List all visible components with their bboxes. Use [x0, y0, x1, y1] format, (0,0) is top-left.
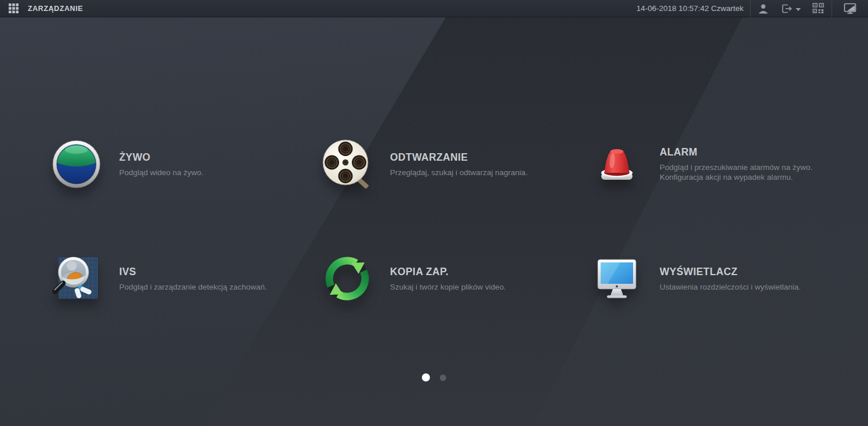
tile-alarm[interactable]: ALARM Podgląd i przeszukiwanie alarmów n… [590, 138, 852, 191]
tile-description: Podgląd i przeszukiwanie alarmów na żywo… [660, 162, 812, 172]
tile-description: Podgląd i zarządzanie detekcją zachowań. [119, 282, 267, 292]
tile-title: KOPIA ZAP. [390, 266, 506, 278]
display-switch-icon[interactable] [832, 0, 868, 17]
tile-title: ALARM [660, 146, 812, 158]
tile-description: Konfiguracja akcji na wypadek alarmu. [660, 172, 812, 182]
logout-icon[interactable] [776, 0, 805, 17]
alarm-icon [590, 138, 643, 191]
tile-description: Podgląd wideo na żywo. [119, 168, 204, 177]
qr-code-icon[interactable] [805, 0, 832, 17]
playback-icon [321, 138, 374, 191]
tile-description: Ustawienia rozdzielczości i wyświetlania… [660, 282, 801, 292]
backup-icon [321, 252, 374, 305]
title-bar: ZARZĄDZANIE 14-06-2018 10:57:42 Czwartek [0, 0, 868, 17]
tile-display[interactable]: WYŚWIETLACZ Ustawienia rozdzielczości i … [590, 252, 852, 305]
page-title: ZARZĄDZANIE [28, 5, 83, 13]
tile-description: Przeglądaj, szukaj i odtwarzaj nagrania. [390, 168, 528, 177]
apps-grid-icon[interactable] [9, 3, 19, 13]
pagination-dot-1[interactable] [422, 373, 430, 381]
tile-ivs[interactable]: IVS Podgląd i zarządzanie detekcją zacho… [50, 252, 311, 305]
tile-title: ŻYWO [119, 151, 204, 164]
user-icon[interactable] [751, 0, 776, 17]
ivs-icon [50, 252, 103, 305]
tile-live[interactable]: ŻYWO Podgląd wideo na żywo. [50, 138, 311, 191]
tile-playback[interactable]: ODTWARZANIE Przeglądaj, szukaj i odtwarz… [321, 138, 582, 191]
tile-backup[interactable]: KOPIA ZAP. Szukaj i twórz kopie plików v… [321, 252, 582, 305]
display-icon [590, 252, 643, 305]
tile-title: IVS [119, 266, 267, 278]
tile-title: ODTWARZANIE [390, 151, 528, 164]
tile-description: Szukaj i twórz kopie plików video. [390, 282, 506, 292]
live-view-icon [50, 138, 103, 191]
pagination [0, 373, 868, 381]
tile-title: WYŚWIETLACZ [660, 266, 801, 278]
pagination-dot-2[interactable] [440, 375, 446, 381]
datetime-text: 14-06-2018 10:57:42 Czwartek [637, 4, 750, 13]
chevron-down-icon [796, 8, 801, 11]
